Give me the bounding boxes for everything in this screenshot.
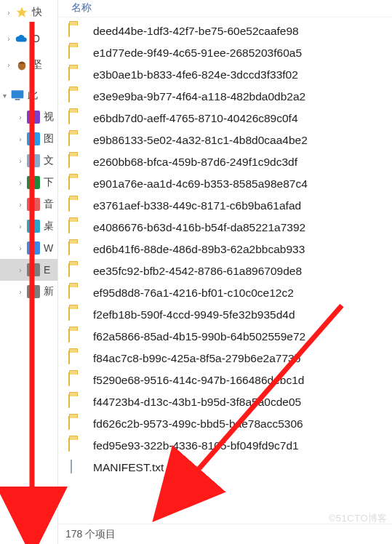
monitor-icon [10, 88, 25, 103]
folder-icon [68, 329, 86, 344]
tree-quick-item[interactable]: › 快 [0, 1, 57, 23]
navigation-tree: › 快› O› 坚 ▾ 此 › 视› 图› 文› 下› 音› 桌› W› E› … [0, 0, 58, 544]
file-name: e1d77ede-9f49-4c65-91ee-2685203f60a5 [93, 47, 302, 60]
file-name: fd626c2b-9573-499c-bbd5-bae78acc5306 [93, 417, 303, 431]
folder-row[interactable]: f62a5866-85ad-4b15-990b-64b502559e72 [68, 326, 392, 348]
folder-icon [68, 155, 86, 169]
file-row[interactable]: MANIFEST.txt [68, 457, 392, 479]
folder-row[interactable]: ef95d8d8-76a1-4216-bf01-c10c0ce12c2 [68, 282, 392, 304]
folder-icon [68, 24, 86, 39]
folder-icon [68, 220, 86, 235]
tree-label: 快 [32, 6, 42, 19]
chevron-right-icon: › [16, 113, 25, 121]
tree-quick-item[interactable]: › 坚 [0, 54, 57, 76]
folder-row[interactable]: e4086676-b63d-416b-b54f-da85221a7392 [68, 217, 392, 239]
music-icon [26, 197, 41, 212]
file-name: e260bb68-bfca-459b-87d6-249f1c9dc3df [93, 156, 297, 169]
file-name: f5290e68-9516-414c-947b-166486debc1d [93, 374, 304, 387]
file-name: e6bdb7d0-aeff-4765-8710-40426c89c0f4 [93, 112, 298, 125]
chevron-right-icon: › [16, 288, 25, 296]
file-name: e9b86133-5e02-4a32-81c1-4b8d0caa4be2 [93, 134, 308, 147]
file-list[interactable]: deed44be-1df3-42f7-be75-60e52caafe98e1d7… [58, 17, 392, 524]
folder-icon [68, 395, 86, 409]
folder-icon [68, 351, 86, 366]
tree-label: E [44, 264, 50, 276]
folder-icon [68, 264, 86, 279]
status-item-count: 178 个项目 [65, 528, 116, 541]
tree-drive-item[interactable]: › E [0, 259, 57, 281]
drive2-icon [26, 284, 41, 299]
chevron-right-icon: › [16, 266, 25, 274]
folder-icon [68, 199, 86, 213]
folder-icon [68, 439, 86, 453]
folder-icon [68, 286, 86, 300]
folder-icon [68, 177, 86, 191]
folder-row[interactable]: e260bb68-bfca-459b-87d6-249f1c9dc3df [68, 151, 392, 173]
tree-this-pc[interactable]: ▾ 此 [0, 84, 57, 106]
svg-marker-0 [17, 7, 28, 17]
tree-drive-item[interactable]: › 新 [0, 281, 57, 303]
nut-icon [15, 57, 29, 72]
folder-row[interactable]: ee35fc92-bfb2-4542-8786-61a896709de8 [68, 260, 392, 282]
tree-label: 下 [44, 176, 54, 189]
video-icon [26, 110, 41, 124]
folder-row[interactable]: f44723b4-d13c-43b1-b95d-3f8a5a0cde05 [68, 391, 392, 413]
tree-drive-item[interactable]: › 音 [0, 193, 57, 215]
folder-row[interactable]: f84ac7c8-b99c-425a-8f5a-279b6e2a773b [68, 348, 392, 369]
tree-label: O [32, 33, 40, 44]
watermark: ©51CTO博客 [329, 512, 388, 525]
tree-drive-item[interactable]: › 视 [0, 106, 57, 128]
svg-rect-3 [15, 99, 20, 100]
tree-label: 视 [44, 111, 54, 124]
pictures-icon [26, 132, 41, 146]
tree-label: 桌 [44, 220, 54, 233]
folder-icon [68, 133, 86, 148]
column-header-name[interactable]: 名称 [58, 0, 392, 17]
file-name: e901a76e-aa1d-4c69-b353-8585a98e87c4 [93, 177, 308, 191]
tree-label: 新 [44, 285, 54, 298]
tree-drive-item[interactable]: › 图 [0, 128, 57, 150]
tree-drive-item[interactable]: › 桌 [0, 215, 57, 237]
text-file-icon [68, 460, 86, 475]
tree-drive-item[interactable]: › 下 [0, 172, 57, 193]
chevron-right-icon: › [16, 157, 25, 165]
chevron-right-icon: › [16, 179, 25, 187]
status-bar: 178 个项目 [58, 524, 392, 544]
file-name: deed44be-1df3-42f7-be75-60e52caafe98 [93, 25, 299, 38]
folder-icon [68, 68, 86, 82]
folder-row[interactable]: e9b86133-5e02-4a32-81c1-4b8d0caa4be2 [68, 129, 392, 151]
folder-icon [68, 373, 86, 388]
folder-row[interactable]: e3761aef-b338-449c-8171-c6b9ba61afad [68, 195, 392, 217]
folder-row[interactable]: e1d77ede-9f49-4c65-91ee-2685203f60a5 [68, 42, 392, 64]
desktop-icon [26, 219, 41, 233]
folder-row[interactable]: e901a76e-aa1d-4c69-b353-8585a98e87c4 [68, 173, 392, 195]
folder-row[interactable]: deed44be-1df3-42f7-be75-60e52caafe98 [68, 20, 392, 42]
chevron-right-icon: › [16, 223, 25, 231]
file-name: f84ac7c8-b99c-425a-8f5a-279b6e2a773b [93, 352, 300, 365]
folder-row[interactable]: fd626c2b-9573-499c-bbd5-bae78acc5306 [68, 413, 392, 435]
folder-row[interactable]: e6bdb7d0-aeff-4765-8710-40426c89c0f4 [68, 108, 392, 129]
folder-row[interactable]: ed6b41f6-88de-486d-89b3-62a2bbcab933 [68, 239, 392, 260]
folder-row[interactable]: fed95e93-322b-4336-8105-bf049fd9c7d1 [68, 435, 392, 457]
tree-quick-item[interactable]: › O [0, 28, 57, 49]
folder-icon [68, 417, 86, 431]
tree-drive-item[interactable]: › 文 [0, 150, 57, 172]
tree-label: W [44, 242, 53, 254]
star-icon [15, 5, 29, 20]
file-name: f62a5866-85ad-4b15-990b-64b502559e72 [93, 330, 305, 343]
chevron-right-icon: › [16, 135, 25, 143]
tree-label: 图 [44, 132, 54, 145]
chevron-right-icon: › [16, 201, 25, 209]
windows-icon [26, 241, 41, 255]
tree-drive-item[interactable]: › W [0, 237, 57, 259]
downloads-icon [26, 175, 41, 190]
cloud-icon [15, 31, 29, 46]
folder-row[interactable]: f5290e68-9516-414c-947b-166486debc1d [68, 369, 392, 391]
file-name: ee35fc92-bfb2-4542-8786-61a896709de8 [93, 265, 302, 278]
folder-row[interactable]: e3b0ae1b-b833-4fe6-824e-3dccd3f33f02 [68, 64, 392, 86]
folder-row[interactable]: e3e9e9ba-9b77-4f64-a118-482bda0db2a2 [68, 86, 392, 108]
svg-rect-2 [12, 90, 24, 98]
file-name: e3761aef-b338-449c-8171-c6b9ba61afad [93, 199, 301, 212]
file-name: e3e9e9ba-9b77-4f64-a118-482bda0db2a2 [93, 90, 305, 103]
folder-row[interactable]: f2efb18b-590f-4ccd-9949-5fe32b935d4d [68, 304, 392, 326]
